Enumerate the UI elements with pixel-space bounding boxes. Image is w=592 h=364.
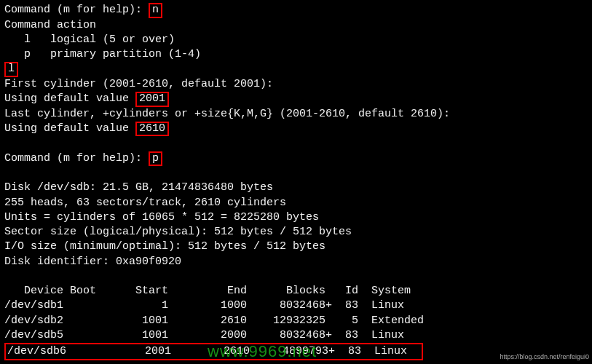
action-primary: p primary partition (1-4) <box>4 47 588 62</box>
action-header: Command action <box>4 18 588 33</box>
ltype-line: l <box>4 62 588 77</box>
input-l: l <box>8 63 15 75</box>
input-p-highlight: p <box>149 151 162 167</box>
last-cylinder: Last cylinder, +cylinders or +size{K,M,G… <box>4 107 588 122</box>
blank1 <box>4 136 588 151</box>
cmd-prompt-line: Command (m for help): n <box>4 3 588 18</box>
default1-val: 2001 <box>139 92 165 105</box>
default2-pre: Using default value <box>4 122 135 135</box>
disk-l5: I/O size (minimum/optimal): 512 bytes / … <box>4 240 588 254</box>
cmd2-prompt: Command (m for help): <box>4 152 149 165</box>
disk-l4: Sector size (logical/physical): 512 byte… <box>4 225 588 240</box>
default2-line: Using default value 2610 <box>4 122 588 137</box>
action-logical: l logical (5 or over) <box>4 33 588 47</box>
cmd2-line: Command (m for help): p <box>4 151 588 167</box>
table-header: Device Boot Start End Blocks Id System <box>4 284 588 298</box>
source-url: https://blog.csdn.net/renfeigui0 <box>500 352 589 361</box>
disk-l3: Units = cylinders of 16065 * 512 = 82252… <box>4 210 588 225</box>
table-row: /dev/sdb2 1001 2610 12932325 5 Extended <box>4 314 588 328</box>
disk-l1: Disk /dev/sdb: 21.5 GB, 21474836480 byte… <box>4 181 588 195</box>
input-n: n <box>152 4 159 16</box>
default1-pre: Using default value <box>4 92 135 105</box>
default1-highlight: 2001 <box>135 92 169 107</box>
input-p: p <box>152 152 159 165</box>
watermark-text: www.9969.net <box>208 341 317 363</box>
first-cylinder: First cylinder (2001-2610, default 2001)… <box>4 77 588 92</box>
default2-val: 2610 <box>139 122 165 135</box>
default1-line: Using default value 2001 <box>4 92 588 107</box>
disk-l2: 255 heads, 63 sectors/track, 2610 cylind… <box>4 196 588 210</box>
input-l-highlight: l <box>4 62 18 77</box>
blank3 <box>4 269 588 284</box>
default2-highlight: 2610 <box>135 122 169 137</box>
disk-l6: Disk identifier: 0xa90f0920 <box>4 255 588 269</box>
blank2 <box>4 166 588 181</box>
input-n-highlight: n <box>149 3 162 18</box>
table-row: /dev/sdb1 1 1000 8032468+ 83 Linux <box>4 298 588 313</box>
cmd-prompt: Command (m for help): <box>4 4 149 16</box>
